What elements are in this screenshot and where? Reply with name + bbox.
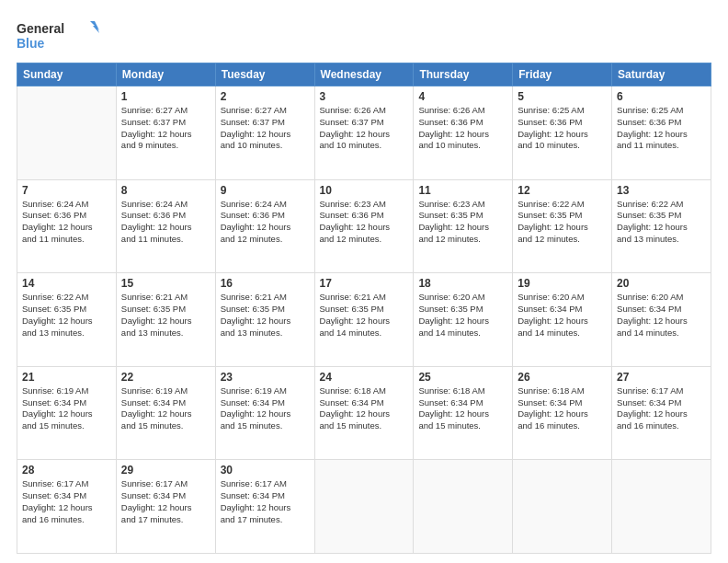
day-info: Sunrise: 6:26 AM Sunset: 6:37 PM Dayligh… <box>320 105 409 152</box>
day-info: Sunrise: 6:22 AM Sunset: 6:35 PM Dayligh… <box>518 199 607 246</box>
day-info: Sunrise: 6:19 AM Sunset: 6:34 PM Dayligh… <box>121 385 210 432</box>
calendar-day-header: Saturday <box>612 63 711 86</box>
calendar-day-header: Monday <box>116 63 215 86</box>
day-number: 1 <box>121 90 210 103</box>
logo: General Blue <box>17 17 99 53</box>
calendar-day-cell <box>414 460 513 554</box>
day-number: 22 <box>121 371 210 384</box>
calendar-day-cell: 6Sunrise: 6:25 AM Sunset: 6:36 PM Daylig… <box>612 86 711 180</box>
day-info: Sunrise: 6:20 AM Sunset: 6:35 PM Dayligh… <box>418 292 507 339</box>
calendar-day-cell <box>314 460 414 554</box>
day-number: 26 <box>518 371 607 384</box>
day-number: 12 <box>518 184 607 197</box>
day-info: Sunrise: 6:21 AM Sunset: 6:35 PM Dayligh… <box>121 292 210 339</box>
calendar-day-cell: 29Sunrise: 6:17 AM Sunset: 6:34 PM Dayli… <box>116 460 215 554</box>
calendar-week-row: 14Sunrise: 6:22 AM Sunset: 6:35 PM Dayli… <box>17 273 711 367</box>
day-number: 14 <box>22 277 111 290</box>
day-info: Sunrise: 6:17 AM Sunset: 6:34 PM Dayligh… <box>221 478 310 525</box>
calendar-day-cell: 21Sunrise: 6:19 AM Sunset: 6:34 PM Dayli… <box>17 366 117 460</box>
day-info: Sunrise: 6:26 AM Sunset: 6:36 PM Dayligh… <box>418 105 507 152</box>
calendar-day-cell: 23Sunrise: 6:19 AM Sunset: 6:34 PM Dayli… <box>215 366 314 460</box>
calendar-day-cell: 26Sunrise: 6:18 AM Sunset: 6:34 PM Dayli… <box>513 366 612 460</box>
day-number: 20 <box>617 277 706 290</box>
svg-text:General: General <box>17 21 64 36</box>
day-info: Sunrise: 6:25 AM Sunset: 6:36 PM Dayligh… <box>617 105 706 152</box>
day-number: 17 <box>320 277 409 290</box>
day-number: 23 <box>221 371 310 384</box>
calendar-day-cell: 17Sunrise: 6:21 AM Sunset: 6:35 PM Dayli… <box>314 273 414 367</box>
day-info: Sunrise: 6:25 AM Sunset: 6:36 PM Dayligh… <box>518 105 607 152</box>
logo-icon: General Blue <box>17 17 99 53</box>
calendar-day-cell: 20Sunrise: 6:20 AM Sunset: 6:34 PM Dayli… <box>612 273 711 367</box>
day-number: 4 <box>418 90 507 103</box>
day-info: Sunrise: 6:24 AM Sunset: 6:36 PM Dayligh… <box>121 199 210 246</box>
calendar-day-cell: 13Sunrise: 6:22 AM Sunset: 6:35 PM Dayli… <box>612 179 711 273</box>
day-info: Sunrise: 6:24 AM Sunset: 6:36 PM Dayligh… <box>22 199 111 246</box>
day-number: 8 <box>121 184 210 197</box>
calendar-day-cell: 5Sunrise: 6:25 AM Sunset: 6:36 PM Daylig… <box>513 86 612 180</box>
calendar-day-cell: 7Sunrise: 6:24 AM Sunset: 6:36 PM Daylig… <box>17 179 117 273</box>
day-info: Sunrise: 6:17 AM Sunset: 6:34 PM Dayligh… <box>121 478 210 525</box>
day-number: 7 <box>22 184 111 197</box>
day-number: 5 <box>518 90 607 103</box>
day-number: 18 <box>418 277 507 290</box>
calendar-day-cell: 28Sunrise: 6:17 AM Sunset: 6:34 PM Dayli… <box>17 460 117 554</box>
day-number: 28 <box>22 464 111 477</box>
day-number: 30 <box>221 464 310 477</box>
day-number: 16 <box>221 277 310 290</box>
calendar-day-header: Wednesday <box>314 63 414 86</box>
day-number: 19 <box>518 277 607 290</box>
calendar-day-cell: 22Sunrise: 6:19 AM Sunset: 6:34 PM Dayli… <box>116 366 215 460</box>
day-number: 29 <box>121 464 210 477</box>
calendar-day-cell <box>17 86 117 180</box>
day-info: Sunrise: 6:18 AM Sunset: 6:34 PM Dayligh… <box>418 385 507 432</box>
day-number: 13 <box>617 184 706 197</box>
calendar-day-cell: 10Sunrise: 6:23 AM Sunset: 6:36 PM Dayli… <box>314 179 414 273</box>
calendar-day-cell <box>513 460 612 554</box>
calendar-day-cell: 19Sunrise: 6:20 AM Sunset: 6:34 PM Dayli… <box>513 273 612 367</box>
calendar-day-cell: 14Sunrise: 6:22 AM Sunset: 6:35 PM Dayli… <box>17 273 117 367</box>
day-info: Sunrise: 6:18 AM Sunset: 6:34 PM Dayligh… <box>320 385 409 432</box>
day-info: Sunrise: 6:23 AM Sunset: 6:36 PM Dayligh… <box>320 199 409 246</box>
calendar-header-row: SundayMondayTuesdayWednesdayThursdayFrid… <box>17 63 711 86</box>
calendar-table: SundayMondayTuesdayWednesdayThursdayFrid… <box>17 63 711 554</box>
day-info: Sunrise: 6:17 AM Sunset: 6:34 PM Dayligh… <box>22 478 111 525</box>
calendar-day-cell <box>612 460 711 554</box>
day-number: 11 <box>418 184 507 197</box>
svg-text:Blue: Blue <box>17 36 45 51</box>
day-info: Sunrise: 6:23 AM Sunset: 6:35 PM Dayligh… <box>418 199 507 246</box>
calendar-day-cell: 12Sunrise: 6:22 AM Sunset: 6:35 PM Dayli… <box>513 179 612 273</box>
day-number: 2 <box>221 90 310 103</box>
day-info: Sunrise: 6:22 AM Sunset: 6:35 PM Dayligh… <box>22 292 111 339</box>
day-info: Sunrise: 6:24 AM Sunset: 6:36 PM Dayligh… <box>221 199 310 246</box>
day-number: 6 <box>617 90 706 103</box>
calendar-day-cell: 9Sunrise: 6:24 AM Sunset: 6:36 PM Daylig… <box>215 179 314 273</box>
calendar-day-cell: 25Sunrise: 6:18 AM Sunset: 6:34 PM Dayli… <box>414 366 513 460</box>
day-number: 9 <box>221 184 310 197</box>
calendar-week-row: 21Sunrise: 6:19 AM Sunset: 6:34 PM Dayli… <box>17 366 711 460</box>
calendar-day-cell: 15Sunrise: 6:21 AM Sunset: 6:35 PM Dayli… <box>116 273 215 367</box>
day-number: 3 <box>320 90 409 103</box>
day-number: 24 <box>320 371 409 384</box>
day-number: 10 <box>320 184 409 197</box>
day-info: Sunrise: 6:17 AM Sunset: 6:34 PM Dayligh… <box>617 385 706 432</box>
day-number: 21 <box>22 371 111 384</box>
day-info: Sunrise: 6:27 AM Sunset: 6:37 PM Dayligh… <box>121 105 210 152</box>
calendar-day-cell: 3Sunrise: 6:26 AM Sunset: 6:37 PM Daylig… <box>314 86 414 180</box>
calendar-day-cell: 24Sunrise: 6:18 AM Sunset: 6:34 PM Dayli… <box>314 366 414 460</box>
calendar-day-header: Thursday <box>414 63 513 86</box>
calendar-day-cell: 2Sunrise: 6:27 AM Sunset: 6:37 PM Daylig… <box>215 86 314 180</box>
day-info: Sunrise: 6:20 AM Sunset: 6:34 PM Dayligh… <box>518 292 607 339</box>
calendar-day-cell: 8Sunrise: 6:24 AM Sunset: 6:36 PM Daylig… <box>116 179 215 273</box>
calendar-week-row: 7Sunrise: 6:24 AM Sunset: 6:36 PM Daylig… <box>17 179 711 273</box>
calendar-week-row: 28Sunrise: 6:17 AM Sunset: 6:34 PM Dayli… <box>17 460 711 554</box>
day-info: Sunrise: 6:18 AM Sunset: 6:34 PM Dayligh… <box>518 385 607 432</box>
calendar-day-cell: 18Sunrise: 6:20 AM Sunset: 6:35 PM Dayli… <box>414 273 513 367</box>
day-info: Sunrise: 6:21 AM Sunset: 6:35 PM Dayligh… <box>221 292 310 339</box>
calendar-day-header: Tuesday <box>215 63 314 86</box>
calendar-day-cell: 16Sunrise: 6:21 AM Sunset: 6:35 PM Dayli… <box>215 273 314 367</box>
day-info: Sunrise: 6:19 AM Sunset: 6:34 PM Dayligh… <box>22 385 111 432</box>
calendar-day-cell: 30Sunrise: 6:17 AM Sunset: 6:34 PM Dayli… <box>215 460 314 554</box>
day-info: Sunrise: 6:21 AM Sunset: 6:35 PM Dayligh… <box>320 292 409 339</box>
calendar-week-row: 1Sunrise: 6:27 AM Sunset: 6:37 PM Daylig… <box>17 86 711 180</box>
